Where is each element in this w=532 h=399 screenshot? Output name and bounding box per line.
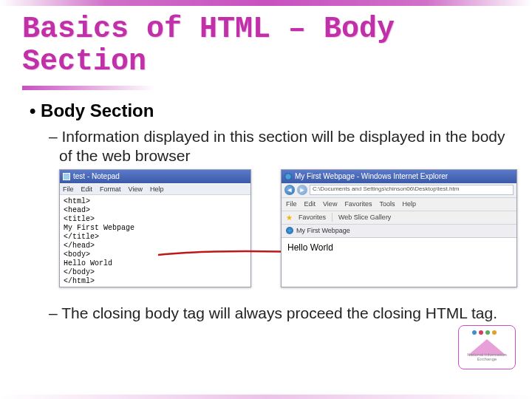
notepad-menubar: File Edit Format View Help xyxy=(60,183,250,195)
menu-format[interactable]: Format xyxy=(100,185,121,193)
notepad-titlebar: test - Notepad xyxy=(60,170,250,183)
ie-titlebar: My First Webpage - Windows Internet Expl… xyxy=(282,170,516,183)
back-button[interactable]: ◄ xyxy=(284,185,295,195)
ie-menu-view[interactable]: View xyxy=(323,200,337,208)
forward-button[interactable]: ► xyxy=(297,185,307,195)
slide-content: Basics of HTML – Body Section Body Secti… xyxy=(0,6,532,323)
ie-menu-file[interactable]: File xyxy=(286,200,297,208)
address-field[interactable]: C:\Documents and Settings\chinson06\Desk… xyxy=(310,185,514,195)
ie-menu-favorites[interactable]: Favorites xyxy=(344,200,372,208)
ie-address-bar: ◄ ► C:\Documents and Settings\chinson06\… xyxy=(282,183,516,198)
screenshot-area: test - Notepad File Edit Format View Hel… xyxy=(59,169,510,295)
ie-title-text: My First Webpage - Windows Internet Expl… xyxy=(295,172,448,180)
corner-logo: National Information Exchange xyxy=(458,325,516,369)
menu-edit[interactable]: Edit xyxy=(81,185,93,193)
logo-dots xyxy=(472,330,497,335)
bullet-level1: Body Section xyxy=(30,100,510,121)
bullet-level2-a: Information displayed in this section wi… xyxy=(59,127,510,166)
ie-menu-tools[interactable]: Tools xyxy=(379,200,395,208)
favorites-item[interactable]: Web Slice Gallery xyxy=(338,214,391,221)
notepad-body[interactable]: <html> <head> <title> My First Webpage <… xyxy=(60,195,250,287)
notepad-icon xyxy=(63,173,70,180)
notepad-title-text: test - Notepad xyxy=(73,172,120,180)
logo-caption: National Information Exchange xyxy=(459,352,515,361)
ie-icon xyxy=(284,173,292,180)
bullet-level2-b: The closing body tag will always proceed… xyxy=(59,304,510,323)
menu-view[interactable]: View xyxy=(129,185,143,193)
tab-label[interactable]: My First Webpage xyxy=(296,227,350,234)
ie-page-body: Hello World xyxy=(282,238,516,287)
ie-window: My First Webpage - Windows Internet Expl… xyxy=(281,169,517,287)
title-underline xyxy=(22,86,155,90)
favorites-label[interactable]: Favorites xyxy=(299,214,326,221)
decorative-bottom-border xyxy=(0,395,532,399)
notepad-window: test - Notepad File Edit Format View Hel… xyxy=(59,169,251,287)
ie-tab-strip: My First Webpage xyxy=(282,225,516,238)
star-icon: ★ xyxy=(286,214,293,222)
ie-menubar: File Edit View Favorites Tools Help xyxy=(282,198,516,211)
ie-favorites-bar: ★ Favorites Web Slice Gallery xyxy=(282,211,516,225)
tab-ie-icon xyxy=(286,227,293,234)
menu-help[interactable]: Help xyxy=(150,185,164,193)
ie-menu-help[interactable]: Help xyxy=(402,200,416,208)
ie-menu-edit[interactable]: Edit xyxy=(304,200,316,208)
decorative-top-border xyxy=(0,0,532,6)
menu-file[interactable]: File xyxy=(63,185,74,193)
slide-title: Basics of HTML – Body Section xyxy=(22,13,510,78)
